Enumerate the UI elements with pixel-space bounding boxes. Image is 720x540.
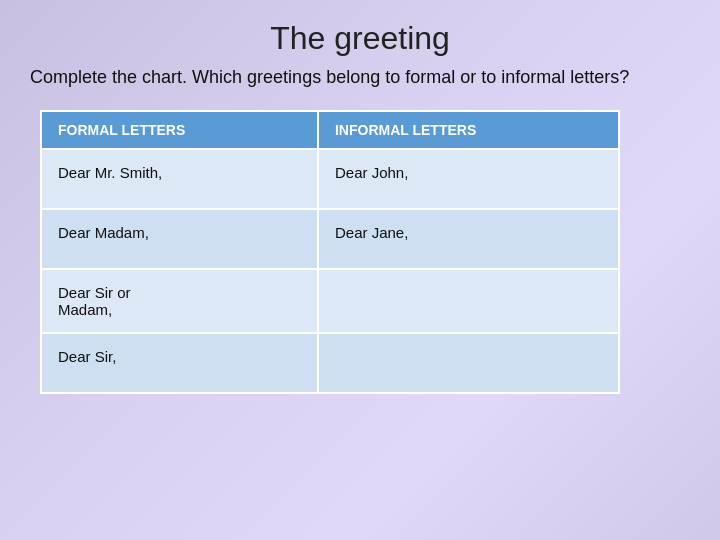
page-title: The greeting <box>30 20 690 57</box>
table-cell-r0-c1: Dear John, <box>318 149 619 209</box>
col-header-informal: INFORMAL LETTERS <box>318 111 619 149</box>
table-cell-r2-c0: Dear Sir or Madam, <box>41 269 318 333</box>
table-row: Dear Sir, <box>41 333 619 393</box>
table-row: Dear Mr. Smith,Dear John, <box>41 149 619 209</box>
table-cell-r1-c1: Dear Jane, <box>318 209 619 269</box>
instruction-text: Complete the chart. Which greetings belo… <box>30 65 629 90</box>
table-cell-r3-c1 <box>318 333 619 393</box>
table-cell-r0-c0: Dear Mr. Smith, <box>41 149 318 209</box>
table-row: Dear Sir or Madam, <box>41 269 619 333</box>
table-row: Dear Madam,Dear Jane, <box>41 209 619 269</box>
table-cell-r1-c0: Dear Madam, <box>41 209 318 269</box>
greetings-table: FORMAL LETTERS INFORMAL LETTERS Dear Mr.… <box>40 110 620 394</box>
table-cell-r3-c0: Dear Sir, <box>41 333 318 393</box>
table-cell-r2-c1 <box>318 269 619 333</box>
col-header-formal: FORMAL LETTERS <box>41 111 318 149</box>
